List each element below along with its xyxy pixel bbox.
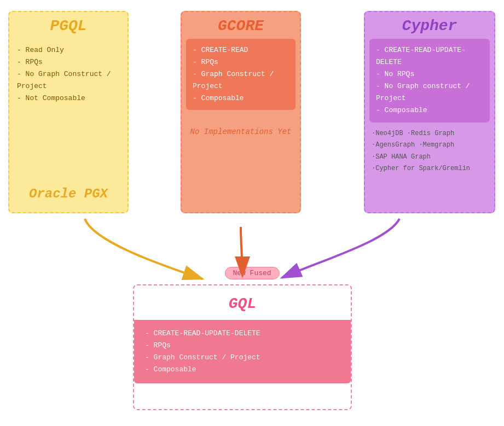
gql-feature-2: RPQs [145, 340, 340, 352]
card-gql: GQL CREATE-READ-UPDATE-DELETE RPQs Graph… [133, 284, 352, 410]
gcore-feature-2: RPQs [193, 56, 289, 68]
cypher-feature-list: CREATE-READ-UPDATE-DELETE No RPQs No Gra… [376, 44, 483, 117]
gcore-title: GCORE [182, 12, 300, 39]
gql-feature-4: Composable [145, 364, 340, 376]
new-fused-label: New Fused [224, 267, 279, 279]
gcore-feature-3: Graph Construct / Project [193, 68, 289, 92]
cypher-features-box: CREATE-READ-UPDATE-DELETE No RPQs No Gra… [369, 39, 490, 122]
pgql-feature-list: Read Only RPQs No Graph Construct / Proj… [17, 44, 120, 104]
gql-title-row: GQL [134, 285, 351, 320]
card-cypher: Cypher CREATE-READ-UPDATE-DELETE No RPQs… [364, 11, 495, 213]
gcore-features-box: CREATE-READ RPQs Graph Construct / Proje… [186, 39, 296, 110]
diagram: PGQL Read Only RPQs No Graph Construct /… [0, 0, 504, 426]
gcore-feature-1: CREATE-READ [193, 44, 289, 56]
pgql-feature-4: Not Composable [17, 92, 120, 104]
gql-feature-list: CREATE-READ-UPDATE-DELETE RPQs Graph Con… [145, 328, 340, 376]
cypher-feature-2: No RPQs [376, 68, 483, 80]
gql-features-box: CREATE-READ-UPDATE-DELETE RPQs Graph Con… [134, 320, 351, 383]
pgql-features: Read Only RPQs No Graph Construct / Proj… [9, 39, 128, 110]
cypher-title: Cypher [365, 12, 494, 39]
pgql-feature-3: No Graph Construct / Project [17, 68, 120, 92]
pgql-title: PGQL [9, 12, 128, 39]
gql-title: GQL [224, 290, 260, 317]
card-gcore: GCORE CREATE-READ RPQs Graph Construct /… [181, 11, 301, 213]
gcore-feature-list: CREATE-READ RPQs Graph Construct / Proje… [193, 44, 289, 104]
cypher-impl-2: ·AgensGraph ·Memgraph [372, 139, 488, 151]
cypher-implementations: ·Neo4jDB ·Redis Graph ·AgensGraph ·Memgr… [365, 122, 494, 180]
gcore-feature-4: Composable [193, 92, 289, 104]
cypher-feature-4: Composable [376, 104, 483, 116]
gql-feature-3: Graph Construct / Project [145, 352, 340, 364]
card-pgql: PGQL Read Only RPQs No Graph Construct /… [8, 11, 129, 213]
cypher-impl-4: ·Cypher for Spark/Gremlin [372, 163, 488, 175]
arrow-cypher-gql [282, 219, 399, 278]
arrow-pgql-gql [85, 219, 202, 279]
gcore-no-impl: No Implementations Yet [182, 110, 300, 143]
cypher-impl-3: ·SAP HANA Graph [372, 151, 488, 164]
cypher-feature-1: CREATE-READ-UPDATE-DELETE [376, 44, 483, 68]
cypher-feature-3: No Graph construct / Project [376, 80, 483, 104]
pgql-feature-2: RPQs [17, 56, 120, 68]
gql-feature-1: CREATE-READ-UPDATE-DELETE [145, 328, 340, 340]
cypher-impl-1: ·Neo4jDB ·Redis Graph [372, 128, 488, 140]
pgql-feature-1: Read Only [17, 44, 120, 56]
oracle-pgx-label: Oracle PGX [15, 186, 122, 201]
